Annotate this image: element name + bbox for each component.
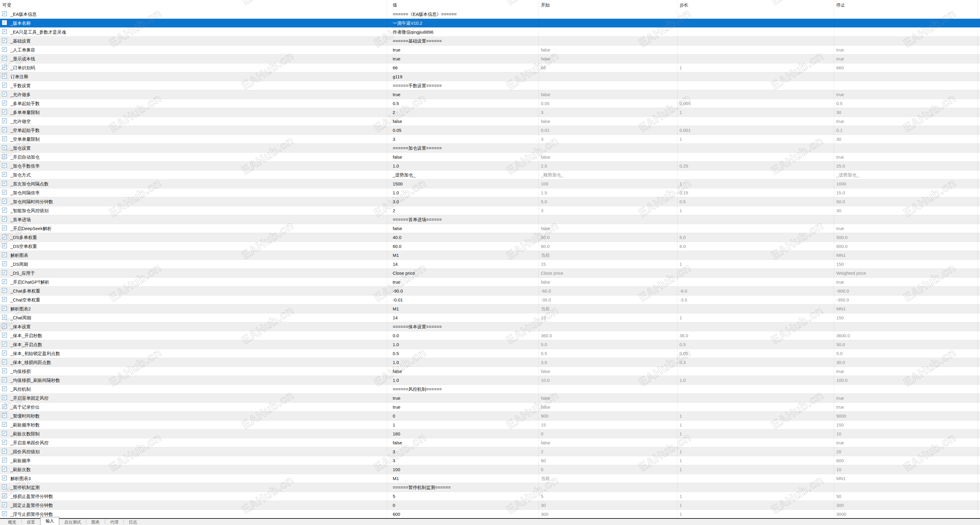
param-stop-cell[interactable]: 25.0 <box>836 161 845 170</box>
param-stop-cell[interactable]: 660 <box>836 64 844 72</box>
table-row[interactable]: ✓ _DS多单权重 40.0 50.0 5.0 500.0 <box>0 233 980 242</box>
row-checkbox[interactable]: ✓ <box>2 101 7 105</box>
row-checkbox[interactable]: ✓ <box>2 359 7 364</box>
param-stop-cell[interactable]: true <box>836 117 844 126</box>
param-step-cell[interactable]: 0.001 <box>679 126 691 134</box>
param-step-cell[interactable]: 1 <box>679 206 682 215</box>
param-stop-cell[interactable]: true <box>836 278 844 286</box>
param-step-cell[interactable]: 1 <box>679 501 682 509</box>
param-start-cell[interactable]: 5.0 <box>541 197 547 206</box>
row-checkbox[interactable]: ✓ <box>2 83 7 88</box>
table-row[interactable]: ✓ _首次加仓间隔点数 1500 100 1 1000 <box>0 179 980 188</box>
param-step-cell[interactable]: -6.0 <box>679 287 687 295</box>
param-stop-cell[interactable]: true <box>836 54 844 63</box>
param-start-cell[interactable]: false <box>541 117 550 126</box>
row-checkbox[interactable]: ✓ <box>2 208 7 212</box>
param-value-cell[interactable]: true <box>393 403 401 411</box>
param-start-cell[interactable]: -35.0 <box>541 295 551 304</box>
table-row[interactable]: ✓ _保本_初始锁定盈利点数 0.5 0.5 0.05 5.0 <box>0 349 980 358</box>
row-checkbox[interactable]: ✓ <box>2 467 7 471</box>
row-checkbox[interactable]: ✓ <box>2 315 7 320</box>
row-checkbox[interactable]: ✓ <box>2 11 7 16</box>
table-row[interactable]: ✓ _Chat空单权重 -0.01 -35.0 -3.5 -350.0 <box>0 295 980 305</box>
table-row[interactable]: ✓ _开启自动加仓 false false true <box>0 153 980 161</box>
row-checkbox[interactable]: ✓ <box>2 217 7 222</box>
param-start-cell[interactable]: 3 <box>541 108 543 116</box>
param-stop-cell[interactable]: 600 <box>836 456 844 465</box>
param-start-cell[interactable]: 15 <box>541 313 546 322</box>
param-value-cell[interactable]: 40.0 <box>393 233 401 242</box>
param-step-cell[interactable]: 0.15 <box>679 188 688 197</box>
param-value-cell[interactable]: 600 <box>393 510 400 518</box>
param-value-cell[interactable]: ======暂停机制监测====== <box>393 483 451 491</box>
param-step-cell[interactable]: 1 <box>679 64 682 72</box>
tab-backtest[interactable]: 后台测试 <box>59 519 86 525</box>
table-row[interactable]: ✓ _固定止盈暂停分钟数 0 30 1 300 <box>0 501 980 510</box>
tab-agents[interactable]: 代理 <box>105 519 124 525</box>
param-stop-cell[interactable]: 100.0 <box>836 376 848 385</box>
table-row[interactable]: ✓ _刷新次数限制 180 0 1 10 <box>0 429 980 439</box>
param-start-cell[interactable]: false <box>541 46 550 54</box>
param-start-cell[interactable]: 当前 <box>541 474 550 483</box>
param-value-cell[interactable]: true <box>393 54 401 63</box>
param-stop-cell[interactable]: true <box>836 439 844 447</box>
param-value-cell[interactable]: M1 <box>393 305 399 313</box>
param-stop-cell[interactable]: 30.0 <box>836 358 845 367</box>
param-value-cell[interactable]: ======风控机制====== <box>393 385 442 393</box>
param-start-cell[interactable]: 当前 <box>541 305 550 313</box>
row-checkbox[interactable]: ✓ <box>2 288 7 293</box>
row-checkbox[interactable]: ✓ <box>2 324 7 329</box>
param-stop-cell[interactable]: 300 <box>836 501 844 509</box>
table-row[interactable]: ✓ _版本名称 一滴牛逼V10.2 <box>0 19 980 28</box>
param-start-cell[interactable]: 当前 <box>541 251 550 260</box>
param-value-cell[interactable]: 0.05 <box>393 126 401 134</box>
table-row[interactable]: ✓ _跟价风控级别 3 2 1 20 <box>0 447 980 456</box>
param-value-cell[interactable]: 5 <box>393 492 395 501</box>
param-value-cell[interactable]: 100 <box>393 465 400 474</box>
param-value-cell[interactable]: 0 <box>393 412 395 420</box>
param-value-cell[interactable]: false <box>393 224 402 233</box>
table-row[interactable]: ✓ _刷新次数 100 0 1 10 <box>0 465 980 474</box>
param-value-cell[interactable]: ======首单进场====== <box>393 215 442 224</box>
tab-overview[interactable]: 概览 <box>3 519 21 525</box>
table-row[interactable]: ✓ _多单单量限制 2 3 1 30 <box>0 108 980 117</box>
param-stop-cell[interactable]: 3000 <box>836 510 846 518</box>
table-row[interactable]: ✓ _均值移损 false false true <box>0 367 980 376</box>
param-value-cell[interactable]: true <box>393 90 401 99</box>
param-value-cell[interactable]: 180 <box>393 429 400 438</box>
row-checkbox[interactable]: ✓ <box>2 377 7 382</box>
param-value-cell[interactable]: ======《EA版本信息》====== <box>393 10 457 18</box>
param-value-cell[interactable]: -0.01 <box>393 295 403 304</box>
row-checkbox[interactable]: ✓ <box>2 333 7 337</box>
param-stop-cell[interactable]: _逆势加仓_ <box>836 171 859 179</box>
row-checkbox[interactable]: ✓ <box>2 306 7 311</box>
table-row[interactable]: ✓ _显示成本线 true false true <box>0 54 980 64</box>
row-checkbox[interactable]: ✓ <box>2 511 7 516</box>
param-step-cell[interactable]: 0.5 <box>679 197 686 206</box>
param-value-cell[interactable]: _逆势加仓_ <box>393 171 415 179</box>
row-checkbox[interactable]: ✓ <box>2 395 7 400</box>
row-checkbox[interactable]: ✓ <box>2 243 7 248</box>
param-stop-cell[interactable]: -350.0 <box>836 295 849 304</box>
row-checkbox[interactable]: ✓ <box>2 422 7 427</box>
table-row[interactable]: ✓ _加仓方式 _逆势加仓_ _顺势加仓_ _逆势加仓_ <box>0 171 980 179</box>
param-value-cell[interactable]: 66 <box>393 64 398 72</box>
param-start-cell[interactable]: 3 <box>541 135 543 144</box>
row-checkbox[interactable]: ✓ <box>2 369 7 373</box>
param-value-cell[interactable]: 1.0 <box>393 340 399 349</box>
param-step-cell[interactable]: 0.25 <box>679 161 688 170</box>
param-step-cell[interactable]: 0.5 <box>679 340 686 349</box>
param-value-cell[interactable]: 1 <box>393 421 395 429</box>
param-start-cell[interactable]: 1.5 <box>541 188 547 197</box>
param-start-cell[interactable]: 10.0 <box>541 376 549 385</box>
param-value-cell[interactable]: 14 <box>393 313 398 322</box>
param-value-cell[interactable]: Close price <box>393 269 415 278</box>
param-value-cell[interactable]: false <box>393 117 402 126</box>
param-stop-cell[interactable]: true <box>836 403 844 411</box>
param-start-cell[interactable]: false <box>541 403 550 411</box>
table-row[interactable]: ✓ _空单单量限制 3 3 1 30 <box>0 135 980 144</box>
table-row[interactable]: ✓ _均值移损_刷新间隔秒数 1.0 10.0 1.0 100.0 <box>0 376 980 385</box>
param-stop-cell[interactable]: 50.0 <box>836 340 845 349</box>
param-value-cell[interactable]: 1500 <box>393 179 402 188</box>
param-value-cell[interactable]: 3 <box>393 447 395 456</box>
